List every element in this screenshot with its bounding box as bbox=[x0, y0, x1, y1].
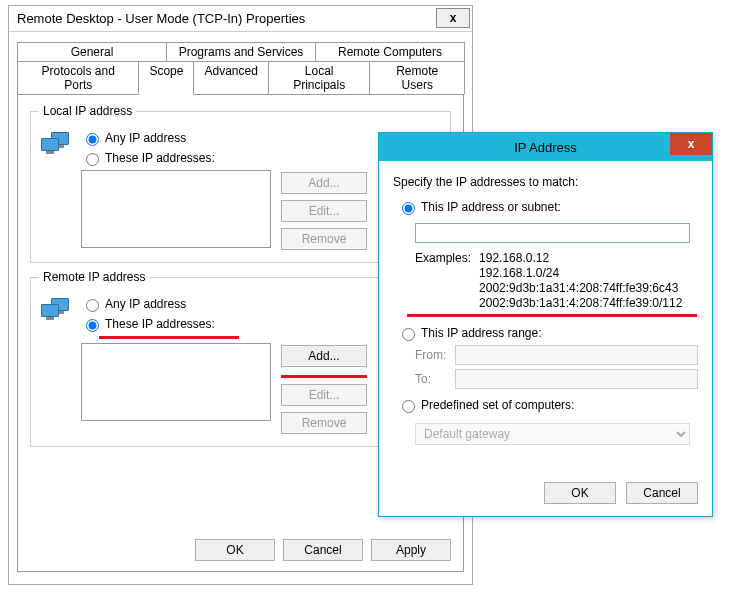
predefined-select[interactable]: Default gateway bbox=[415, 423, 690, 445]
ip-dialog-body: Specify the IP addresses to match: This … bbox=[379, 161, 712, 457]
group-local-legend: Local IP address bbox=[39, 104, 136, 118]
example-value: 2002:9d3b:1a31:4:208:74ff:fe39:0/112 bbox=[479, 296, 682, 311]
remote-remove-button[interactable]: Remove bbox=[281, 412, 367, 434]
ok-button[interactable]: OK bbox=[195, 539, 275, 561]
tab-remote-users[interactable]: Remote Users bbox=[369, 61, 465, 94]
remote-add-button[interactable]: Add... bbox=[281, 345, 367, 367]
tab-remote-computers[interactable]: Remote Computers bbox=[315, 42, 465, 61]
ip-cancel-button[interactable]: Cancel bbox=[626, 482, 698, 504]
tab-row-1: General Programs and Services Remote Com… bbox=[17, 42, 464, 61]
radio-local-any-label: Any IP address bbox=[105, 131, 186, 145]
radio-range-label: This IP address range: bbox=[421, 326, 542, 340]
radio-subnet-label: This IP address or subnet: bbox=[421, 200, 561, 214]
local-add-button[interactable]: Add... bbox=[281, 172, 367, 194]
range-from-input[interactable] bbox=[455, 345, 698, 365]
ip-dialog-close-button[interactable]: x bbox=[670, 133, 712, 155]
radio-remote-these[interactable] bbox=[86, 319, 99, 332]
tab-protocols-ports[interactable]: Protocols and Ports bbox=[17, 61, 139, 94]
subnet-input[interactable] bbox=[415, 223, 690, 243]
radio-local-any[interactable] bbox=[86, 133, 99, 146]
ip-dialog-title: IP Address bbox=[514, 140, 577, 155]
radio-remote-any-label: Any IP address bbox=[105, 297, 186, 311]
radio-range[interactable] bbox=[402, 328, 415, 341]
group-remote-legend: Remote IP address bbox=[39, 270, 150, 284]
radio-subnet[interactable] bbox=[402, 202, 415, 215]
ip-dialog-hint: Specify the IP addresses to match: bbox=[393, 175, 698, 189]
radio-local-these-label: These IP addresses: bbox=[105, 151, 215, 165]
local-ip-list[interactable] bbox=[81, 170, 271, 248]
tab-local-principals[interactable]: Local Principals bbox=[268, 61, 371, 94]
radio-local-these[interactable] bbox=[86, 153, 99, 166]
examples-label: Examples: bbox=[415, 251, 471, 311]
tab-scope[interactable]: Scope bbox=[138, 61, 194, 95]
example-value: 192.168.1.0/24 bbox=[479, 266, 682, 281]
from-label: From: bbox=[415, 348, 455, 362]
dialog-button-bar: OK Cancel Apply bbox=[195, 539, 451, 561]
highlight-examples bbox=[407, 314, 697, 317]
cancel-button[interactable]: Cancel bbox=[283, 539, 363, 561]
properties-title: Remote Desktop - User Mode (TCP-In) Prop… bbox=[17, 11, 305, 26]
ip-ok-button[interactable]: OK bbox=[544, 482, 616, 504]
apply-button[interactable]: Apply bbox=[371, 539, 451, 561]
close-button[interactable]: x bbox=[436, 8, 470, 28]
to-label: To: bbox=[415, 372, 455, 386]
computers-icon bbox=[41, 298, 69, 326]
properties-titlebar: Remote Desktop - User Mode (TCP-In) Prop… bbox=[9, 6, 472, 32]
local-remove-button[interactable]: Remove bbox=[281, 228, 367, 250]
example-value: 2002:9d3b:1a31:4:208:74ff:fe39:6c43 bbox=[479, 281, 682, 296]
tab-row-2: Protocols and Ports Scope Advanced Local… bbox=[17, 61, 464, 94]
range-to-input[interactable] bbox=[455, 369, 698, 389]
remote-ip-list[interactable] bbox=[81, 343, 271, 421]
remote-edit-button[interactable]: Edit... bbox=[281, 384, 367, 406]
radio-remote-any[interactable] bbox=[86, 299, 99, 312]
radio-remote-these-label: These IP addresses: bbox=[105, 317, 215, 331]
examples-block: Examples: 192.168.0.12 192.168.1.0/24 20… bbox=[415, 251, 698, 311]
local-edit-button[interactable]: Edit... bbox=[281, 200, 367, 222]
ip-address-dialog: IP Address x Specify the IP addresses to… bbox=[378, 132, 713, 517]
radio-predefined-label: Predefined set of computers: bbox=[421, 398, 574, 412]
computers-icon bbox=[41, 132, 69, 160]
highlight-add-button bbox=[281, 375, 367, 378]
tab-advanced[interactable]: Advanced bbox=[193, 61, 268, 94]
highlight-these-ip bbox=[99, 336, 239, 339]
tab-programs-services[interactable]: Programs and Services bbox=[166, 42, 316, 61]
radio-predefined[interactable] bbox=[402, 400, 415, 413]
example-value: 192.168.0.12 bbox=[479, 251, 682, 266]
ip-dialog-titlebar: IP Address x bbox=[379, 133, 712, 161]
tab-general[interactable]: General bbox=[17, 42, 167, 61]
